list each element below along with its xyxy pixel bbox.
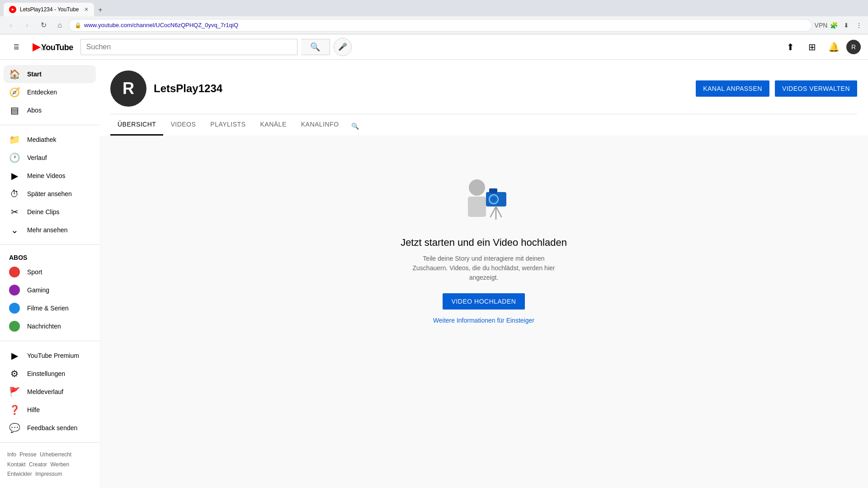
sidebar-item-sport[interactable]: Sport [4,263,96,281]
search-input[interactable] [81,43,297,51]
menu-dots[interactable]: ⋮ [854,20,864,31]
sidebar-divider-1 [0,125,99,125]
sidebar-divider-3 [0,341,99,341]
sidebar-item-meldeverlauf[interactable]: 🚩 Meldeverlauf [4,383,96,401]
sidebar-item-start[interactable]: 🏠 Start [4,65,96,83]
footer-link-creator[interactable]: Creator [29,461,47,468]
library-icon: 📁 [9,134,20,145]
svg-point-0 [469,179,485,196]
tab-kanale[interactable]: KANÄLE [253,114,293,136]
header-actions: ⬆ ⊞ 🔔 R [781,38,861,56]
notifications-button[interactable]: 🔔 [825,38,843,56]
sidebar-label-entdecken: Entdecken [27,89,57,96]
sidebar-label-hilfe: Hilfe [27,406,40,413]
upload-video-button[interactable]: VIDEO HOCHLADEN [443,293,525,310]
yt-logo[interactable]: ▶ YouTube DE [33,41,73,53]
manage-videos-button[interactable]: VIDEOS VERWALTEN [775,80,857,97]
footer-link-kontakt[interactable]: Kontakt [7,461,26,468]
sidebar-item-meine-videos[interactable]: ▶ Meine Videos [4,167,96,185]
sidebar-item-spaeter[interactable]: ⏱ Später ansehen [4,185,96,203]
sidebar-label-start: Start [27,70,42,78]
refresh-button[interactable]: ↻ [36,18,51,33]
filme-channel-icon [9,303,20,314]
address-text: www.youtube.com/channel/UCocN6zQPHQZ_0yv… [84,22,806,28]
footer-link-presse[interactable]: Presse [19,451,36,458]
footer-link-impressum[interactable]: Impressum [35,471,62,477]
sidebar-label-gaming: Gaming [27,286,49,294]
sidebar-item-einstellungen[interactable]: ⚙ Einstellungen [4,365,96,383]
sidebar-item-filme[interactable]: Filme & Serien [4,299,96,317]
sidebar-label-clips: Deine Clips [27,208,60,216]
sidebar: 🏠 Start 🧭 Entdecken ▤ Abos [0,60,99,488]
home-icon: 🏠 [9,69,20,80]
tab-close-button[interactable]: ✕ [84,6,89,13]
search-icon: 🔍 [351,122,359,130]
empty-state-title: Jetzt starten und ein Video hochladen [401,237,567,249]
gaming-channel-icon [9,285,20,296]
footer-link-info[interactable]: Info [7,451,16,458]
mic-button[interactable]: 🎤 [334,38,352,56]
yt-logo-suffix: DE [41,47,73,51]
sidebar-more-label: Mehr ansehen [27,226,68,234]
footer-link-urheberrecht[interactable]: Urheberrecht [40,451,71,458]
vpn-icon[interactable]: VPN [816,20,826,31]
sidebar-item-feedback[interactable]: 💬 Feedback senden [4,419,96,437]
tab-ubersicht[interactable]: ÜBERSICHT [110,114,163,136]
sidebar-item-entdecken[interactable]: 🧭 Entdecken [4,83,96,101]
sidebar-more-button[interactable]: ⌄ Mehr ansehen [4,221,96,239]
sidebar-label-sport: Sport [27,268,42,276]
my-videos-icon: ▶ [9,170,20,181]
sidebar-label-meine-videos: Meine Videos [27,172,66,179]
sidebar-item-premium[interactable]: ▶ YouTube Premium [4,347,96,365]
apps-button[interactable]: ⊞ [803,38,821,56]
watch-later-icon: ⏱ [9,189,20,199]
yt-body: 🏠 Start 🧭 Entdecken ▤ Abos [0,60,868,488]
sidebar-item-mediathek[interactable]: 📁 Mediathek [4,131,96,149]
back-button[interactable]: ‹ [4,18,18,33]
channel-info: R LetsPlay1234 KANAL ANPASSEN VIDEOS VER… [110,70,857,107]
sidebar-item-nachrichten[interactable]: Nachrichten [4,317,96,335]
tab-playlists[interactable]: PLAYLISTS [203,114,253,136]
avatar-button[interactable]: R [846,40,861,54]
sidebar-item-clips[interactable]: ✂ Deine Clips [4,203,96,221]
tab-videos[interactable]: VIDEOS [163,114,203,136]
home-button[interactable]: ⌂ [52,18,67,33]
footer-link-entwickler[interactable]: Entwickler [7,471,32,477]
report-icon: 🚩 [9,386,20,397]
browser-tab[interactable]: LetsPlay1234 - YouTube ✕ [4,3,94,16]
sidebar-item-hilfe[interactable]: ❓ Hilfe [4,401,96,419]
customize-channel-button[interactable]: KANAL ANPASSEN [696,80,769,97]
tab-bar: LetsPlay1234 - YouTube ✕ + [0,0,868,16]
sidebar-label-mediathek: Mediathek [27,136,57,143]
channel-search-button[interactable]: 🔍 [346,117,364,135]
upload-button[interactable]: ⬆ [781,38,799,56]
sport-channel-icon [9,267,20,277]
sidebar-label-verlauf: Verlauf [27,154,47,161]
forward-button[interactable]: › [20,18,34,33]
sidebar-item-verlauf[interactable]: 🕐 Verlauf [4,149,96,167]
settings-icon: ⚙ [9,368,20,379]
help-icon: ❓ [9,404,20,415]
explore-icon: 🧭 [9,87,20,98]
svg-line-6 [491,206,496,217]
sidebar-item-gaming[interactable]: Gaming [4,281,96,299]
search-button[interactable]: 🔍 [301,39,330,55]
channel-name: LetsPlay1234 [154,82,222,95]
tab-kanalinfo[interactable]: KANALINFO [294,114,346,136]
lock-icon: 🔒 [75,22,81,28]
sidebar-main-section: 🏠 Start 🧭 Entdecken ▤ Abos [0,63,99,121]
search-wrap: 🔍 🎤 [80,38,352,56]
sidebar-library-section: 📁 Mediathek 🕐 Verlauf ▶ Meine Videos ⏱ S… [0,129,99,241]
new-tab-button[interactable]: + [94,4,107,16]
extensions-icon[interactable]: 🧩 [828,20,839,31]
sidebar-item-abos[interactable]: ▤ Abos [4,101,96,119]
info-link[interactable]: Weitere Informationen für Einsteiger [433,317,534,324]
channel-header: R LetsPlay1234 KANAL ANPASSEN VIDEOS VER… [99,60,868,136]
tab-title: LetsPlay1234 - YouTube [20,6,80,13]
footer-link-werben[interactable]: Werben [50,461,69,468]
sidebar-extra-section: ▶ YouTube Premium ⚙ Einstellungen 🚩 Meld… [0,345,99,439]
hamburger-menu-button[interactable]: ☰ [7,38,25,56]
premium-icon: ▶ [9,350,20,361]
download-icon[interactable]: ⬇ [841,20,852,31]
address-input-wrap[interactable]: 🔒 www.youtube.com/channel/UCocN6zQPHQZ_0… [69,19,812,32]
